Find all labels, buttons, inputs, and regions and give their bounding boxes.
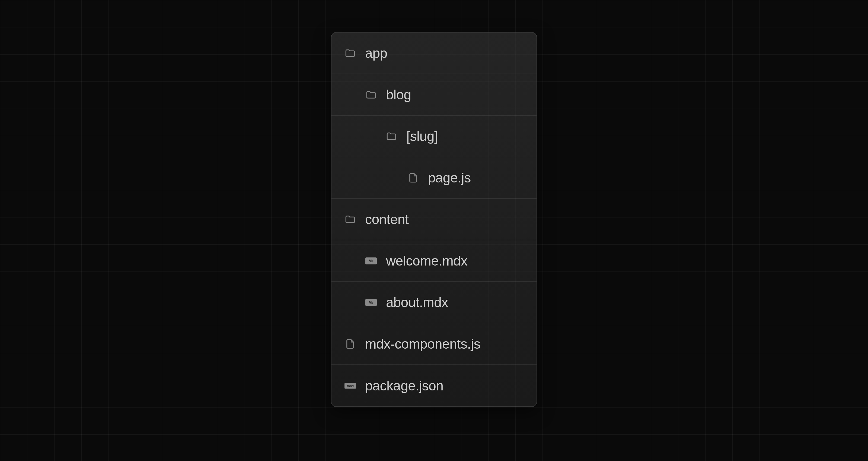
svg-text:M↓: M↓	[369, 300, 374, 304]
tree-item-label: blog	[386, 87, 411, 103]
tree-item-label: about.mdx	[386, 294, 448, 310]
file-page-js[interactable]: page.js	[332, 157, 536, 199]
file-tree: app blog [slug] page.js content M↓ welco…	[331, 32, 537, 407]
tree-item-label: app	[365, 45, 388, 61]
tree-item-label: content	[365, 211, 409, 227]
folder-app[interactable]: app	[332, 33, 536, 74]
file-mdx-components-js[interactable]: mdx-components.js	[332, 323, 536, 365]
file-icon	[407, 172, 419, 183]
tree-item-label: package.json	[365, 378, 443, 394]
folder-content[interactable]: content	[332, 199, 536, 240]
folder-icon	[386, 131, 397, 142]
svg-text:JSON: JSON	[347, 384, 354, 387]
tree-item-label: page.js	[428, 170, 471, 186]
mdx-icon: M↓	[365, 257, 377, 265]
folder-blog[interactable]: blog	[332, 74, 536, 116]
folder-icon	[344, 48, 356, 59]
json-icon: JSON	[344, 382, 356, 390]
folder-icon	[344, 214, 356, 225]
mdx-icon: M↓	[365, 299, 377, 306]
folder-icon	[365, 89, 377, 100]
tree-item-label: welcome.mdx	[386, 253, 467, 269]
file-package-json[interactable]: JSON package.json	[332, 365, 536, 406]
tree-item-label: mdx-components.js	[365, 336, 480, 352]
tree-item-label: [slug]	[406, 128, 438, 144]
svg-text:M↓: M↓	[369, 258, 374, 263]
file-icon	[344, 338, 356, 350]
file-about-mdx[interactable]: M↓ about.mdx	[332, 282, 536, 323]
file-welcome-mdx[interactable]: M↓ welcome.mdx	[332, 240, 536, 282]
folder-slug[interactable]: [slug]	[332, 116, 536, 157]
